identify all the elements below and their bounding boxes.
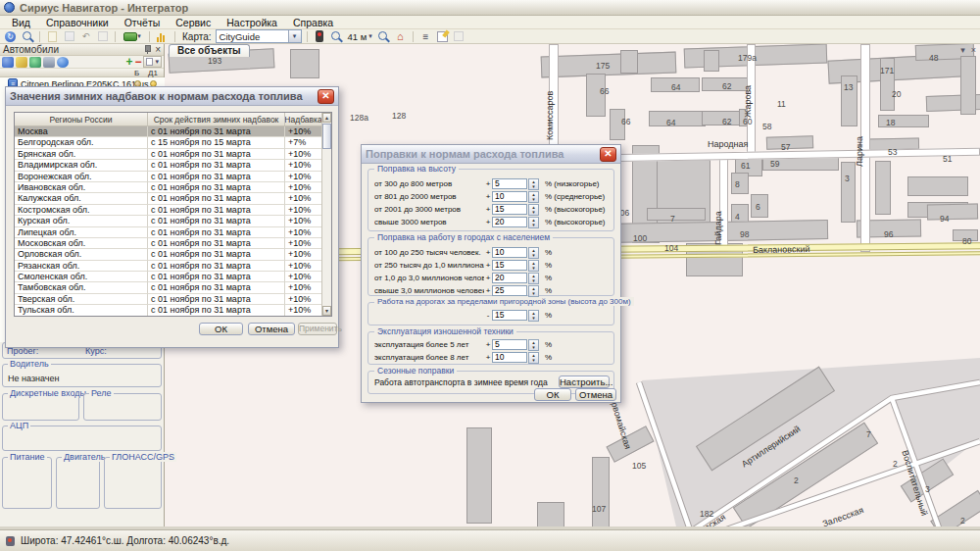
spinner[interactable]: ▴▾ <box>528 178 539 190</box>
table-row[interactable]: Курская обл.с 01 ноября по 31 марта+10% <box>15 216 322 226</box>
spin-down-icon[interactable]: ▾ <box>529 358 538 363</box>
spin-down-icon[interactable]: ▾ <box>529 278 538 283</box>
table-row[interactable]: Рязанская обл.с 01 ноября по 31 марта+10… <box>15 261 322 272</box>
pin-icon[interactable] <box>142 45 151 55</box>
table-row[interactable]: Белгородская обл.с 15 ноября по 15 марта… <box>15 137 322 148</box>
edit-note-icon[interactable] <box>435 30 450 43</box>
percent-input[interactable]: 15 <box>492 310 527 321</box>
spinner[interactable]: ▴▾ <box>528 204 539 216</box>
close-icon[interactable]: × <box>155 45 161 55</box>
pencil-icon[interactable] <box>16 57 27 68</box>
add-icon[interactable]: + <box>125 57 132 68</box>
spin-down-icon[interactable]: ▾ <box>529 197 538 202</box>
search-icon[interactable] <box>20 30 34 43</box>
percent-input[interactable]: 10 <box>492 191 527 202</box>
spin-down-icon[interactable]: ▾ <box>529 210 538 215</box>
scroll-thumb[interactable] <box>322 124 331 149</box>
ok-button[interactable]: ОК <box>199 323 243 335</box>
binoculars-icon[interactable] <box>2 57 14 68</box>
spinner[interactable]: ▴▾ <box>528 339 539 351</box>
table-row[interactable]: Калужская обл.с 01 ноября по 31 марта+10… <box>15 193 322 204</box>
camera-icon[interactable] <box>43 57 55 68</box>
percent-input[interactable]: 20 <box>492 217 527 227</box>
refresh-icon[interactable]: ↻ <box>3 30 18 43</box>
vehicle-icon[interactable]: ▾ <box>121 30 144 43</box>
percent-input[interactable]: 15 <box>492 204 527 215</box>
grid-icon[interactable] <box>62 30 76 43</box>
menu-item[interactable]: Отчёты <box>117 17 169 28</box>
sphere-icon[interactable] <box>57 57 69 68</box>
percent-input[interactable]: 10 <box>492 352 527 363</box>
table-row[interactable]: Брянская обл.с 01 ноября по 31 марта+10% <box>15 149 322 160</box>
spinner[interactable]: ▴▾ <box>528 285 539 297</box>
note-sheet-icon[interactable] <box>45 30 60 43</box>
ok-button[interactable]: ОК <box>534 388 571 401</box>
menu-item[interactable]: Настройка <box>219 17 285 28</box>
table-row[interactable]: Тверская обл.с 01 ноября по 31 марта+10% <box>15 294 322 305</box>
table-row[interactable]: Тульская обл.с 01 ноября по 31 марта+10% <box>15 305 322 316</box>
cancel-button[interactable]: Отмена <box>575 388 616 401</box>
menu-item[interactable]: Вид <box>4 17 38 28</box>
table-row[interactable]: Воронежская обл.с 01 ноября по 31 марта+… <box>15 172 322 182</box>
dialog-title-bar[interactable]: Значения зимних надбавок к нормам расход… <box>6 87 338 106</box>
percent-input[interactable]: 25 <box>492 285 527 296</box>
box-icon[interactable] <box>95 30 110 43</box>
table-row[interactable]: Москвас 01 ноября по 31 марта+10% <box>15 126 322 137</box>
percent-input[interactable]: 15 <box>492 260 527 271</box>
table-row[interactable]: Московская обл.с 01 ноября по 31 марта+1… <box>15 238 322 249</box>
checkbox-icon[interactable] <box>452 30 466 43</box>
table-row[interactable]: Орловская обл.с 01 ноября по 31 марта+10… <box>15 249 322 260</box>
spinner[interactable]: ▴▾ <box>528 247 539 259</box>
spinner[interactable]: ▴▾ <box>528 310 539 322</box>
table-row[interactable]: Тамбовская обл.с 01 ноября по 31 марта+1… <box>15 282 322 293</box>
spin-down-icon[interactable]: ▾ <box>529 291 538 296</box>
scroll-down-icon[interactable]: ▾ <box>322 306 331 316</box>
undo-icon[interactable]: ↶ <box>78 30 93 43</box>
spin-down-icon[interactable]: ▾ <box>529 345 538 350</box>
table-row[interactable]: Ивановская обл.с 01 ноября по 31 марта+1… <box>15 182 322 193</box>
traffic-light-icon[interactable] <box>313 30 327 43</box>
spinner[interactable]: ▴▾ <box>528 191 539 203</box>
zoom-level-select[interactable]: 41 м ▾ <box>346 31 374 42</box>
menu-item[interactable]: Сервис <box>168 17 219 28</box>
percent-input[interactable]: 10 <box>492 247 527 258</box>
remove-icon[interactable]: − <box>134 57 141 68</box>
list-icon[interactable]: ≡ <box>418 30 433 43</box>
close-icon[interactable]: ✕ <box>600 147 616 162</box>
scroll-up-icon[interactable]: ▴ <box>322 113 331 123</box>
chevron-down-icon[interactable]: ▾ <box>288 30 301 42</box>
panel-close-icon[interactable]: × <box>971 45 976 55</box>
table-row[interactable]: Смоленская обл.с 01 ноября по 31 марта+1… <box>15 272 322 282</box>
percent-input[interactable]: 5 <box>492 339 527 350</box>
menu-item[interactable]: Справочники <box>38 17 117 28</box>
configure-button[interactable]: Настроить... <box>559 376 610 388</box>
spinner[interactable]: ▴▾ <box>528 217 539 228</box>
spinner[interactable]: ▴▾ <box>528 260 539 272</box>
close-icon[interactable]: ✕ <box>318 89 334 104</box>
menu-item[interactable]: Справка <box>285 17 341 28</box>
spinner[interactable]: ▴▾ <box>528 273 539 284</box>
spin-down-icon[interactable]: ▾ <box>529 266 538 271</box>
tab-all-objects[interactable]: Все объекты <box>169 44 250 57</box>
zoom-out-icon[interactable] <box>376 30 391 43</box>
spin-down-icon[interactable]: ▾ <box>529 223 538 227</box>
home-icon[interactable]: ⌂ <box>393 30 408 43</box>
view-split-button[interactable]: ▾ <box>143 56 162 68</box>
dialog-title-bar[interactable]: Поправки к нормам расхода топлива ✕ <box>362 145 620 164</box>
spin-down-icon[interactable]: ▾ <box>529 253 538 258</box>
globe-icon[interactable] <box>29 57 41 68</box>
cancel-button[interactable]: Отмена <box>248 323 295 335</box>
map-combo[interactable]: CityGuide ▾ <box>216 29 302 43</box>
spin-down-icon[interactable]: ▾ <box>529 316 538 321</box>
spin-down-icon[interactable]: ▾ <box>529 184 538 189</box>
percent-input[interactable]: 20 <box>492 273 527 283</box>
panel-collapse-icon[interactable]: ▾ <box>960 45 965 55</box>
percent-input[interactable]: 5 <box>492 178 527 189</box>
table-scrollbar[interactable]: ▴ ▾ <box>321 113 331 316</box>
apply-button[interactable]: Применить <box>298 323 337 335</box>
zoom-in-icon[interactable] <box>329 30 344 43</box>
spinner[interactable]: ▴▾ <box>528 352 539 364</box>
table-row[interactable]: Липецкая обл.с 01 ноября по 31 марта+10% <box>15 227 322 238</box>
table-row[interactable]: Владимирская обл.с 01 ноября по 31 марта… <box>15 160 322 171</box>
chart-icon[interactable] <box>155 30 170 43</box>
